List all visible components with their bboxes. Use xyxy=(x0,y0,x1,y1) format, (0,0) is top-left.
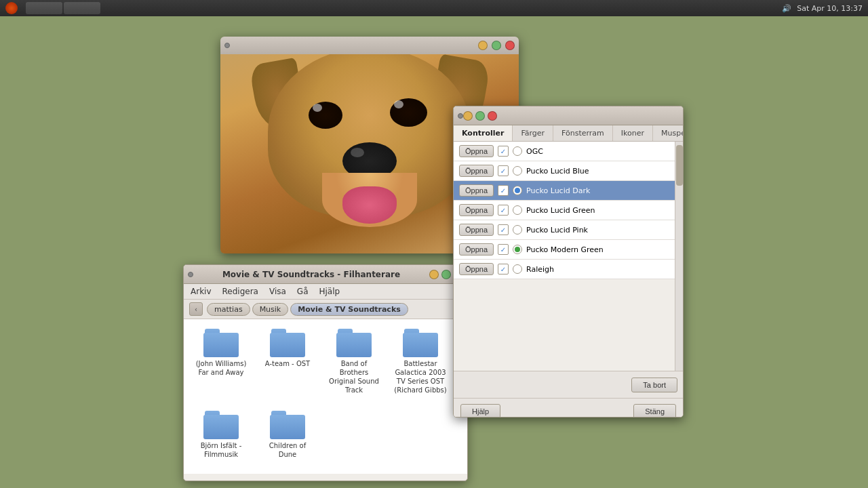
taskbar-app-1[interactable] xyxy=(26,2,62,14)
dog-window-maximize[interactable] xyxy=(492,41,501,50)
theme-check-3[interactable]: ✓ xyxy=(498,205,509,216)
taskbar-left xyxy=(5,2,100,14)
fm-folder-5[interactable]: Children of Dune xyxy=(257,408,318,467)
fm-folder-1[interactable]: A-team - OST xyxy=(257,326,318,403)
theme-delete-button[interactable]: Ta bort xyxy=(631,378,677,392)
taskbar-apps xyxy=(26,2,100,14)
theme-open-btn-5[interactable]: Öppna xyxy=(459,243,494,256)
folder-label-1: A-team - OST xyxy=(265,359,310,368)
theme-close-button[interactable]: Stäng xyxy=(633,404,676,418)
theme-radio-3[interactable] xyxy=(513,205,522,215)
theme-tab-kontroller[interactable]: Kontroller xyxy=(454,125,513,141)
filemanager-titlebar: Movie & TV Soundtracks - Filhanterare xyxy=(184,265,467,284)
theme-tab-ikoner[interactable]: Ikoner xyxy=(613,125,653,141)
theme-item-0[interactable]: Öppna ✓ OGC xyxy=(454,142,683,161)
folder-icon-0 xyxy=(203,329,239,357)
filemanager-title: Movie & TV Soundtracks - Filhanterare xyxy=(193,270,429,279)
theme-radio-0[interactable] xyxy=(513,146,522,156)
folder-icon-3 xyxy=(403,329,438,357)
fm-breadcrumb-current[interactable]: Movie & TV Soundtracks xyxy=(290,303,408,316)
taskbar: 🔊 Sat Apr 10, 13:37 xyxy=(0,0,868,16)
dog-face xyxy=(254,54,485,253)
fm-menu-visa[interactable]: Visa xyxy=(268,286,288,297)
folder-label-0: (John Williams) Far and Away xyxy=(193,359,249,377)
dog-window-close[interactable] xyxy=(505,41,515,50)
theme-open-btn-1[interactable]: Öppna xyxy=(459,165,494,177)
fm-folder-3[interactable]: Battlestar Galactica 2003 TV Series OST … xyxy=(390,326,451,403)
fm-menu-hjalp[interactable]: Hjälp xyxy=(318,286,342,297)
theme-open-btn-6[interactable]: Öppna xyxy=(459,263,494,275)
fm-folder-0[interactable]: (John Williams) Far and Away xyxy=(191,326,252,403)
theme-radio-1[interactable] xyxy=(513,166,522,176)
fm-minimize[interactable] xyxy=(429,270,439,279)
dog-window-dot xyxy=(224,43,230,48)
theme-tab-fönsterram[interactable]: Fönsterram xyxy=(553,125,613,141)
theme-item-5[interactable]: Öppna ✓ Pucko Modern Green xyxy=(454,240,683,260)
theme-open-btn-0[interactable]: Öppna xyxy=(459,145,494,157)
fm-maximize[interactable] xyxy=(441,270,451,279)
fm-content: (John Williams) Far and Away A-team - OS… xyxy=(184,319,467,474)
theme-content: Öppna ✓ OGC Öppna ✓ Pucko Lucid Blue Öpp… xyxy=(454,142,683,398)
fm-folder-2[interactable]: Band of Brothers Original Sound Track xyxy=(323,326,384,403)
dog-window-minimize[interactable] xyxy=(478,41,488,50)
theme-item-2[interactable]: Öppna ✓ Pucko Lucid Dark xyxy=(454,181,683,201)
theme-item-3[interactable]: Öppna ✓ Pucko Lucid Green xyxy=(454,201,683,220)
theme-item-4[interactable]: Öppna ✓ Pucko Lucid Pink xyxy=(454,220,683,240)
theme-name-1: Pucko Lucid Blue xyxy=(526,167,677,176)
theme-check-5[interactable]: ✓ xyxy=(498,244,509,255)
fm-breadcrumb-musik[interactable]: Musik xyxy=(252,303,289,316)
theme-name-6: Raleigh xyxy=(526,265,677,274)
fm-menu-redigera[interactable]: Redigera xyxy=(221,286,260,297)
theme-check-6[interactable]: ✓ xyxy=(498,264,509,274)
fm-menu-ga[interactable]: Gå xyxy=(296,286,310,297)
theme-name-5: Pucko Modern Green xyxy=(526,245,677,254)
folder-icon-1 xyxy=(270,329,305,357)
theme-help-button[interactable]: Hjälp xyxy=(460,404,500,418)
theme-titlebar xyxy=(454,106,683,125)
theme-tab-färger[interactable]: Färger xyxy=(513,125,553,141)
theme-bottom-buttons: Hjälp Stäng xyxy=(454,398,683,418)
theme-radio-4[interactable] xyxy=(513,225,522,235)
theme-open-btn-4[interactable]: Öppna xyxy=(459,224,494,236)
theme-maximize[interactable] xyxy=(475,111,485,121)
theme-radio-5[interactable] xyxy=(513,245,522,254)
filemanager-window: Movie & TV Soundtracks - Filhanterare Ar… xyxy=(183,264,468,481)
theme-name-0: OGC xyxy=(526,147,677,156)
theme-check-4[interactable]: ✓ xyxy=(498,224,509,235)
fm-breadcrumb: mattias Musik Movie & TV Soundtracks xyxy=(207,303,410,316)
theme-name-4: Pucko Lucid Pink xyxy=(526,226,677,235)
fm-menu-arkiv[interactable]: Arkiv xyxy=(189,286,213,297)
fm-folder-4[interactable]: Björn Isfält - Filmmusik xyxy=(191,408,252,467)
theme-tab-muspekare[interactable]: Muspekare xyxy=(653,125,684,141)
theme-check-0[interactable]: ✓ xyxy=(498,146,509,157)
theme-tabs: KontrollerFärgerFönsterramIkonerMuspekar… xyxy=(454,125,683,142)
dog-tongue xyxy=(342,186,397,224)
theme-item-1[interactable]: Öppna ✓ Pucko Lucid Blue xyxy=(454,161,683,181)
theme-radio-2[interactable] xyxy=(513,186,522,195)
theme-minimize[interactable] xyxy=(463,111,473,121)
fm-toolbar: ‹ mattias Musik Movie & TV Soundtracks xyxy=(184,300,467,319)
taskbar-right: 🔊 Sat Apr 10, 13:37 xyxy=(782,4,863,13)
fm-breadcrumb-home[interactable]: mattias xyxy=(207,303,250,316)
theme-list: Öppna ✓ OGC Öppna ✓ Pucko Lucid Blue Öpp… xyxy=(454,142,683,371)
theme-scrollbar[interactable] xyxy=(675,142,683,371)
theme-scrollbar-thumb[interactable] xyxy=(676,145,683,186)
taskbar-menu-button[interactable] xyxy=(5,2,18,14)
folder-icon-2 xyxy=(336,329,372,357)
fm-back-button[interactable]: ‹ xyxy=(189,302,203,316)
fm-dot xyxy=(188,272,193,277)
volume-icon[interactable]: 🔊 xyxy=(782,4,791,13)
theme-check-1[interactable]: ✓ xyxy=(498,165,509,176)
theme-open-btn-2[interactable]: Öppna xyxy=(459,184,494,197)
dog-nose-highlight xyxy=(351,148,364,157)
desktop: Movie & TV Soundtracks - Filhanterare Ar… xyxy=(0,16,868,488)
theme-close[interactable] xyxy=(488,111,497,121)
theme-name-3: Pucko Lucid Green xyxy=(526,206,677,215)
theme-open-btn-3[interactable]: Öppna xyxy=(459,204,494,216)
taskbar-app-2[interactable] xyxy=(64,2,100,14)
theme-item-6[interactable]: Öppna ✓ Raleigh xyxy=(454,260,683,279)
dog-window-titlebar xyxy=(220,37,519,54)
theme-radio-6[interactable] xyxy=(513,264,522,274)
folder-label-4: Björn Isfält - Filmmusik xyxy=(193,441,249,459)
theme-check-2[interactable]: ✓ xyxy=(498,185,509,196)
